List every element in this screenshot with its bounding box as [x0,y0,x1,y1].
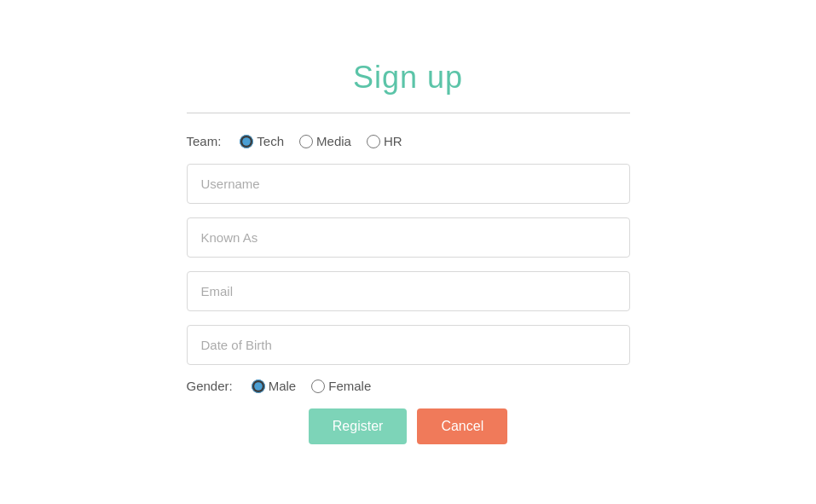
gender-radio-female[interactable] [311,379,325,393]
team-radio-media[interactable] [299,135,313,148]
register-button[interactable]: Register [309,408,408,444]
gender-radio-group: Gender: Male Female [187,379,630,393]
page-title: Sign up [187,60,630,96]
gender-option-male-label: Male [269,379,297,393]
team-radio-group: Team: Tech Media HR [187,134,630,148]
team-option-tech-label: Tech [257,134,284,148]
team-label: Team: [187,134,222,148]
known-as-input[interactable] [187,217,630,258]
cancel-button[interactable]: Cancel [417,408,507,444]
username-input[interactable] [187,164,630,204]
team-option-media-label: Media [316,134,351,148]
gender-option-male[interactable]: Male [252,379,297,393]
gender-option-female[interactable]: Female [311,379,371,393]
team-option-media[interactable]: Media [299,134,351,148]
button-row: Register Cancel [187,408,630,444]
team-option-hr[interactable]: HR [367,134,402,148]
team-radio-tech[interactable] [240,135,253,148]
email-input[interactable] [187,271,630,311]
gender-radio-male[interactable] [252,379,265,393]
team-radio-hr[interactable] [367,135,380,148]
gender-option-female-label: Female [328,379,371,393]
signup-form: Sign up Team: Tech Media HR Gender: Male [187,43,630,461]
divider [187,113,630,113]
team-option-hr-label: HR [384,134,402,148]
gender-label: Gender: [187,379,233,393]
team-option-tech[interactable]: Tech [240,134,284,148]
dob-input[interactable] [187,325,630,365]
